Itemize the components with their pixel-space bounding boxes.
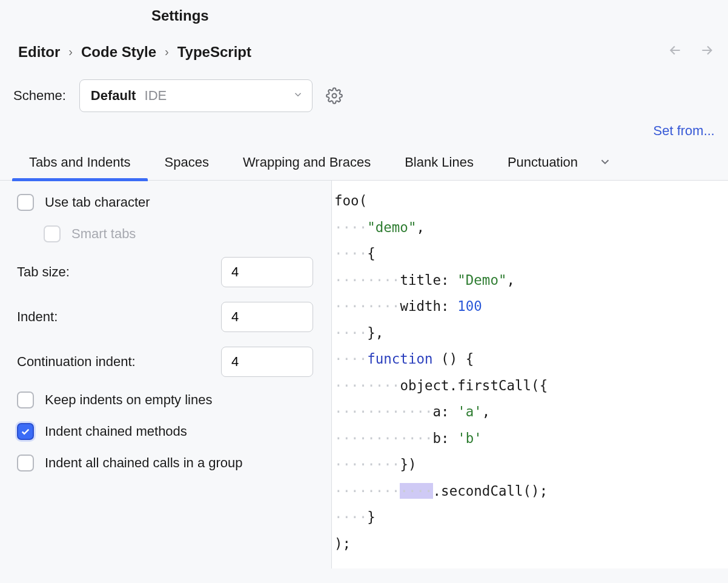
chevron-down-icon bbox=[293, 88, 303, 104]
breadcrumb: Editor › Code Style › TypeScript bbox=[18, 44, 251, 61]
breadcrumb-item[interactable]: Editor bbox=[18, 44, 60, 61]
options-panel: Use tab character Smart tabs Tab size: I… bbox=[0, 181, 332, 568]
chevron-right-icon: › bbox=[68, 45, 73, 59]
tabs: Tabs and Indents Spaces Wrapping and Bra… bbox=[0, 146, 728, 181]
smart-tabs-checkbox bbox=[44, 225, 61, 242]
tabs-overflow-icon[interactable] bbox=[595, 149, 615, 178]
indent-all-chained-group-checkbox[interactable] bbox=[17, 455, 34, 471]
indent-chained-methods-checkbox[interactable] bbox=[17, 423, 34, 440]
tab-spaces[interactable]: Spaces bbox=[148, 146, 226, 180]
tab-blank-lines[interactable]: Blank Lines bbox=[388, 146, 491, 180]
indent-all-chained-group-label: Indent all chained calls in a group bbox=[45, 455, 243, 471]
smart-tabs-label: Smart tabs bbox=[71, 226, 136, 242]
scheme-select[interactable]: Default IDE bbox=[79, 79, 313, 112]
tab-size-input[interactable] bbox=[221, 257, 313, 287]
forward-button[interactable] bbox=[699, 42, 715, 61]
tab-wrapping-and-braces[interactable]: Wrapping and Braces bbox=[226, 146, 388, 180]
tab-punctuation[interactable]: Punctuation bbox=[491, 146, 595, 180]
indent-input[interactable] bbox=[221, 302, 313, 332]
scheme-name: Default bbox=[91, 88, 136, 103]
gear-icon[interactable] bbox=[326, 87, 343, 104]
back-button[interactable] bbox=[667, 42, 683, 61]
set-from-link[interactable]: Set from... bbox=[654, 123, 715, 138]
continuation-indent-label: Continuation indent: bbox=[17, 354, 136, 370]
chevron-right-icon: › bbox=[165, 45, 169, 59]
use-tab-character-label: Use tab character bbox=[45, 195, 150, 210]
continuation-indent-input[interactable] bbox=[221, 347, 313, 377]
scheme-tag: IDE bbox=[145, 88, 167, 103]
indent-label: Indent: bbox=[17, 309, 58, 325]
indent-chained-methods-label: Indent chained methods bbox=[45, 424, 187, 439]
highlighted-indent: ···· bbox=[400, 483, 432, 499]
breadcrumb-item[interactable]: Code Style bbox=[81, 44, 156, 61]
tab-size-label: Tab size: bbox=[17, 264, 70, 280]
keep-indents-empty-checkbox[interactable] bbox=[17, 391, 34, 408]
keep-indents-empty-label: Keep indents on empty lines bbox=[45, 392, 212, 408]
breadcrumb-item[interactable]: TypeScript bbox=[177, 44, 251, 61]
scheme-label: Scheme: bbox=[13, 88, 66, 104]
page-title: Settings bbox=[0, 0, 728, 36]
tab-tabs-and-indents[interactable]: Tabs and Indents bbox=[12, 146, 148, 180]
code-preview: foo( ····"demo", ····{ ········title: "D… bbox=[332, 181, 728, 568]
svg-point-0 bbox=[332, 94, 336, 98]
use-tab-character-checkbox[interactable] bbox=[17, 194, 34, 211]
